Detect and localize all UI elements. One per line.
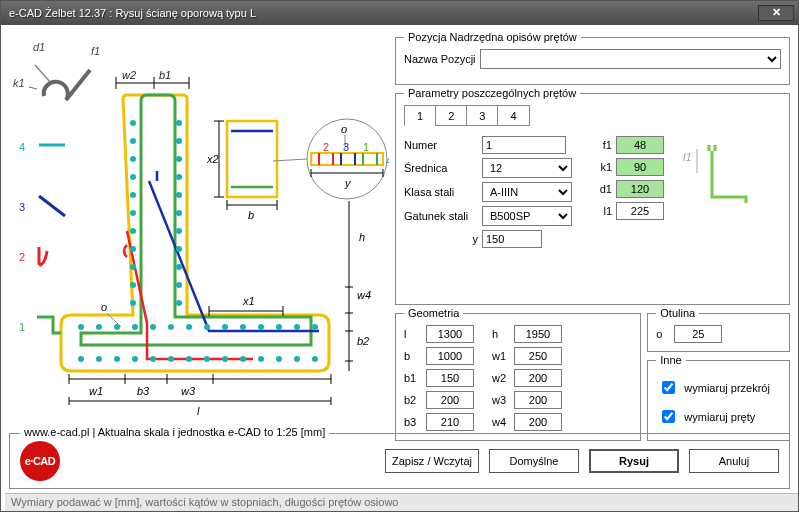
svg-text:f1: f1: [91, 45, 100, 57]
input-w3[interactable]: [514, 391, 562, 409]
svg-text:4: 4: [19, 141, 25, 153]
logo-ecad: e·CAD: [20, 441, 60, 481]
svg-point-37: [186, 324, 192, 330]
svg-point-51: [186, 356, 192, 362]
svg-point-12: [130, 174, 136, 180]
svg-text:3: 3: [343, 141, 349, 153]
input-w1[interactable]: [514, 347, 562, 365]
checkbox-wymiaruj-przekroj[interactable]: wymiaruj przekrój: [658, 378, 779, 397]
dropdown-nazwa-pozycji[interactable]: [480, 49, 781, 69]
input-l[interactable]: [426, 325, 474, 343]
svg-text:o: o: [101, 301, 107, 313]
legend-parametry: Parametry poszczególnych prętów: [404, 87, 580, 99]
svg-text:b1: b1: [159, 69, 171, 81]
input-d1[interactable]: [616, 180, 664, 198]
svg-point-44: [312, 324, 318, 330]
svg-point-20: [176, 120, 182, 126]
select-klasa[interactable]: A-IIIN: [482, 182, 572, 202]
label-b: b: [404, 350, 422, 362]
input-y[interactable]: [482, 230, 542, 248]
button-domyslne[interactable]: Domyślne: [489, 449, 579, 473]
input-o[interactable]: [674, 325, 722, 343]
button-anuluj[interactable]: Anuluj: [689, 449, 779, 473]
svg-text:l: l: [197, 405, 200, 417]
svg-point-31: [78, 324, 84, 330]
checkbox-wymiaruj-prety-input[interactable]: [662, 410, 675, 423]
svg-point-9: [130, 120, 136, 126]
select-srednica[interactable]: 12: [482, 158, 572, 178]
input-b2[interactable]: [426, 391, 474, 409]
svg-point-25: [176, 210, 182, 216]
select-gatunek[interactable]: B500SP: [482, 206, 572, 226]
svg-point-26: [176, 228, 182, 234]
input-numer[interactable]: [482, 136, 566, 154]
window-title: e-CAD Żelbet 12.37 : Rysuj ścianę oporow…: [5, 7, 256, 19]
svg-point-36: [168, 324, 174, 330]
svg-text:x1: x1: [242, 295, 255, 307]
input-h[interactable]: [514, 325, 562, 343]
svg-point-10: [130, 138, 136, 144]
svg-text:w1: w1: [89, 385, 103, 397]
label-wymiaruj-przekroj: wymiaruj przekrój: [684, 382, 770, 394]
legend-otulina: Otulina: [656, 307, 699, 319]
svg-text:l1: l1: [683, 151, 692, 163]
input-b[interactable]: [426, 347, 474, 365]
tab-4[interactable]: 4: [497, 105, 529, 126]
svg-point-45: [78, 356, 84, 362]
svg-point-54: [240, 356, 246, 362]
label-wymiaruj-prety: wymiaruj pręty: [684, 411, 755, 423]
svg-point-50: [168, 356, 174, 362]
schematic-diagram: d1 f1 k1 w2 b1: [9, 31, 389, 441]
groupbox-pozycja: Pozycja Nadrzędna opisów prętów Nazwa Po…: [395, 31, 790, 85]
svg-point-49: [150, 356, 156, 362]
svg-point-46: [96, 356, 102, 362]
svg-text:2: 2: [19, 251, 25, 263]
input-b3[interactable]: [426, 413, 474, 431]
svg-point-22: [176, 156, 182, 162]
diagram-svg: d1 f1 k1 w2 b1: [9, 31, 389, 431]
svg-point-27: [176, 246, 182, 252]
svg-text:d1: d1: [33, 41, 45, 53]
svg-point-47: [114, 356, 120, 362]
bar-shape-preview: l1: [676, 136, 756, 222]
svg-point-18: [130, 282, 136, 288]
svg-point-13: [130, 192, 136, 198]
svg-text:1: 1: [19, 321, 25, 333]
checkbox-wymiaruj-przekroj-input[interactable]: [662, 381, 675, 394]
svg-point-38: [204, 324, 210, 330]
tab-2[interactable]: 2: [435, 105, 467, 126]
tab-1[interactable]: 1: [404, 105, 436, 126]
label-l1: l1: [594, 205, 612, 217]
groupbox-otulina: Otulina o: [647, 307, 790, 352]
input-f1[interactable]: [616, 136, 664, 154]
svg-point-55: [258, 356, 264, 362]
label-d1: d1: [594, 183, 612, 195]
svg-text:b: b: [248, 209, 254, 221]
svg-point-14: [130, 210, 136, 216]
svg-text:1: 1: [363, 141, 369, 153]
label-h: h: [492, 328, 510, 340]
svg-point-41: [258, 324, 264, 330]
button-rysuj[interactable]: Rysuj: [589, 449, 679, 473]
label-srednica: Średnica: [404, 162, 478, 174]
input-w2[interactable]: [514, 369, 562, 387]
input-l1[interactable]: [616, 202, 664, 220]
input-k1[interactable]: [616, 158, 664, 176]
bottom-legend: www.e-cad.pl | Aktualna skala i jednostk…: [20, 426, 329, 438]
svg-point-28: [176, 264, 182, 270]
tab-3[interactable]: 3: [466, 105, 498, 126]
svg-text:x2: x2: [206, 153, 219, 165]
label-b2: b2: [404, 394, 422, 406]
svg-point-39: [222, 324, 228, 330]
label-gatunek: Gatunek stali: [404, 210, 478, 222]
button-zapisz-wczytaj[interactable]: Zapisz / Wczytaj: [385, 449, 479, 473]
input-w4[interactable]: [514, 413, 562, 431]
input-b1[interactable]: [426, 369, 474, 387]
svg-point-17: [130, 264, 136, 270]
svg-point-56: [276, 356, 282, 362]
svg-text:k1: k1: [13, 77, 25, 89]
close-button[interactable]: ✕: [758, 5, 794, 21]
svg-text:w4: w4: [357, 289, 371, 301]
label-w4: w4: [492, 416, 510, 428]
checkbox-wymiaruj-prety[interactable]: wymiaruj pręty: [658, 407, 779, 426]
